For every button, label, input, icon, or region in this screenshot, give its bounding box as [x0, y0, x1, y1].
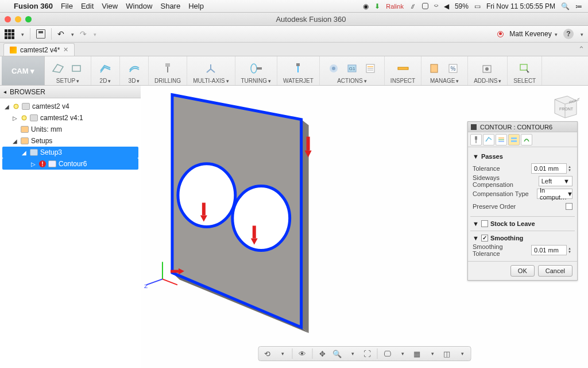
status-wifi-icon[interactable]: ⌔ [434, 2, 438, 10]
disclosure-triangle-icon[interactable]: ▼ [473, 153, 479, 160]
grid-settings-button[interactable]: ▦ [412, 348, 422, 359]
close-tab-button[interactable]: ✕ [63, 46, 68, 53]
grid-dropdown[interactable] [427, 348, 437, 359]
menu-edit[interactable]: Edit [81, 2, 94, 10]
tree-root[interactable]: ◢ camtest2 v4 [2, 101, 138, 112]
document-tab-camtest2[interactable]: camtest2 v4* ✕ [3, 43, 75, 56]
expand-tabs-button[interactable]: ⌃ [578, 45, 585, 53]
workspace-switcher[interactable]: CAM ▾ [2, 56, 45, 85]
ribbon-group-actions[interactable]: G1 ACTIONS [320, 56, 385, 85]
zoom-window-button[interactable] [25, 16, 32, 22]
stock-to-leave-checkbox[interactable] [481, 220, 488, 227]
ribbon-group-3d[interactable]: 3D [120, 56, 149, 85]
tolerance-spinner[interactable]: ▲▼ [568, 165, 572, 172]
tab-passes[interactable] [508, 134, 520, 145]
tab-tool[interactable] [470, 134, 482, 145]
svg-rect-29 [202, 203, 206, 216]
2d-icon [98, 62, 114, 75]
orbit-button[interactable]: ⟲ [262, 348, 272, 359]
menu-view[interactable]: View [102, 2, 118, 10]
redo-dropdown[interactable] [92, 30, 96, 38]
disclosure-triangle-icon[interactable]: ▼ [473, 220, 479, 227]
ribbon-group-multiaxis[interactable]: MULTI-AXIS [187, 56, 235, 85]
comp-type-select[interactable]: In comput…▼ [537, 189, 572, 199]
menu-help[interactable]: Help [188, 2, 204, 10]
browser-panel-header[interactable]: ◂ BROWSER [0, 86, 141, 98]
smoothing-tolerance-input[interactable]: 0.01 mm [531, 245, 567, 255]
ribbon-group-addins[interactable]: ADD-INS [468, 56, 508, 85]
disclosure-triangle-icon[interactable]: ▼ [473, 235, 479, 241]
orbit-dropdown[interactable] [277, 348, 287, 359]
close-window-button[interactable] [5, 16, 11, 22]
status-menu-icon[interactable]: ≔ [575, 2, 582, 10]
tree-node-contour6[interactable]: ▷ ! Contour6 [2, 158, 138, 170]
help-button[interactable]: ? [563, 29, 574, 39]
tree-node-child1[interactable]: ▷ camtest2 v4:1 [2, 112, 138, 124]
smoothing-checkbox[interactable] [481, 235, 488, 241]
svg-rect-41 [511, 137, 517, 139]
ribbon-group-select[interactable]: SELECT [508, 56, 542, 85]
fit-button[interactable]: ⛶ [362, 348, 372, 359]
smoothing-tolerance-spinner[interactable]: ▲▼ [568, 247, 572, 254]
pan-button[interactable]: ✥ [317, 348, 327, 359]
redo-button[interactable]: ↷ [80, 29, 87, 39]
sideways-comp-select[interactable]: Left▼ [539, 176, 572, 186]
tree-node-units[interactable]: ▷ Units: mm [2, 124, 138, 135]
ribbon-group-drilling[interactable]: DRILLING [149, 56, 187, 85]
save-button[interactable] [36, 29, 45, 39]
user-menu[interactable]: Matt Keveney [509, 30, 558, 38]
ribbon-label: INSPECT [390, 78, 415, 84]
undo-dropdown[interactable] [70, 30, 74, 38]
tolerance-input[interactable]: 0.01 mm [531, 163, 567, 174]
operation-panel-header[interactable]: CONTOUR : CONTOUR6 [468, 122, 577, 132]
tab-heights[interactable] [496, 134, 507, 145]
ribbon-group-manage[interactable]: % MANAGE [421, 56, 468, 85]
svg-rect-21 [520, 64, 527, 70]
help-dropdown[interactable] [579, 30, 583, 38]
menu-share[interactable]: Share [160, 2, 180, 10]
navigation-toolbar: ⟲ 👁 ✥ 🔍 ⛶ 🖵 ▦ ◫ [258, 346, 471, 361]
preserve-order-checkbox[interactable] [566, 203, 572, 210]
status-display-icon[interactable] [422, 3, 428, 9]
status-volume-icon[interactable]: ◀ [444, 2, 449, 10]
data-panel-button[interactable] [5, 29, 14, 39]
look-at-button[interactable]: 👁 [297, 348, 307, 359]
tab-geometry[interactable] [483, 134, 494, 145]
svg-rect-0 [72, 66, 80, 71]
ok-button[interactable]: OK [510, 265, 535, 277]
record-button[interactable] [497, 31, 504, 37]
status-wifi-vendor[interactable]: Ralink [386, 3, 404, 10]
display-settings-button[interactable]: 🖵 [382, 348, 392, 359]
ribbon-group-inspect[interactable]: INSPECT [385, 56, 421, 85]
tree-node-setup3[interactable]: ◢ Setup3 [2, 147, 138, 158]
bulb-icon [13, 103, 20, 110]
status-battery-icon[interactable]: ▭ [474, 2, 481, 10]
viewport-layout-button[interactable]: ◫ [442, 348, 452, 359]
ribbon-group-turning[interactable]: TURNING [235, 56, 278, 85]
status-updates-icon[interactable]: ⫽ [409, 2, 416, 10]
viewport-dropdown[interactable] [457, 348, 467, 359]
display-dropdown[interactable] [397, 348, 407, 359]
ribbon-group-waterjet[interactable]: WATERJET [277, 56, 320, 85]
viewport-3d[interactable]: FRONT RIGHT [141, 86, 588, 368]
ribbon-group-2d[interactable]: 2D [91, 56, 120, 85]
cancel-button[interactable]: Cancel [538, 265, 572, 277]
status-cloud-icon[interactable]: ⬇ [374, 2, 380, 10]
data-panel-dropdown[interactable] [20, 30, 24, 38]
tree-node-setups[interactable]: ◢ Setups [2, 135, 138, 147]
status-clock[interactable]: Fri Nov 11 5:05:55 PM [486, 2, 555, 10]
menu-file[interactable]: File [61, 2, 73, 10]
tab-linking[interactable] [521, 134, 532, 145]
app-name[interactable]: Fusion 360 [14, 2, 53, 10]
ribbon-group-setup[interactable]: SETUP [45, 56, 91, 85]
zoom-button[interactable]: 🔍 [332, 348, 342, 359]
quick-access-toolbar: ↶ ↷ Matt Keveney ? [0, 26, 588, 43]
status-spotlight-icon[interactable]: 🔍 [561, 2, 570, 10]
svg-rect-2 [167, 67, 168, 72]
status-sync-icon[interactable]: ◉ [363, 2, 369, 10]
ribbon-label: MULTI-AXIS [193, 78, 229, 84]
menu-window[interactable]: Window [126, 2, 152, 10]
undo-button[interactable]: ↶ [57, 29, 64, 39]
zoom-dropdown[interactable] [347, 348, 357, 359]
minimize-window-button[interactable] [15, 16, 21, 22]
